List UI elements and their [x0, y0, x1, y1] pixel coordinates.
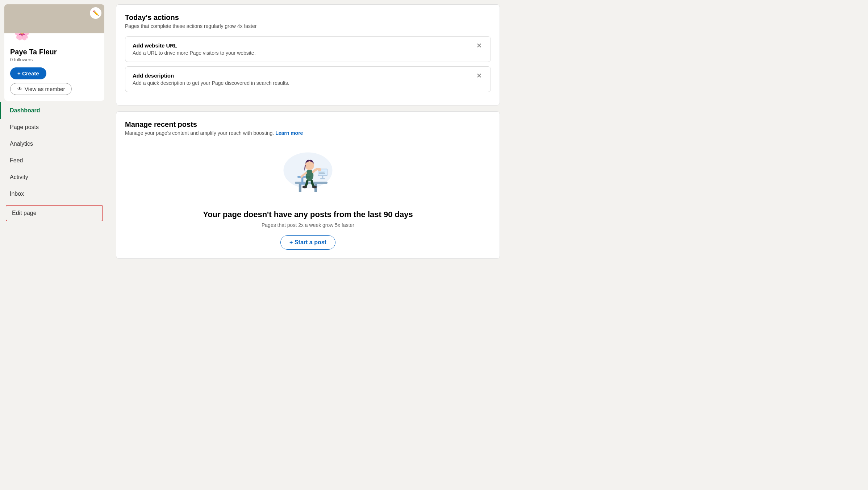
sidebar-item-dashboard[interactable]: Dashboard — [0, 102, 109, 119]
sidebar-item-feed[interactable]: Feed — [0, 152, 109, 169]
action-website-url-title: Add website URL — [133, 42, 256, 49]
sidebar-nav: Dashboard Page posts Analytics Feed Acti… — [0, 102, 109, 224]
sidebar-item-activity[interactable]: Activity — [0, 169, 109, 186]
eye-icon: 👁 — [17, 86, 22, 92]
sidebar-item-analytics[interactable]: Analytics — [0, 136, 109, 152]
todays-actions-card: Today's actions Pages that complete thes… — [116, 4, 500, 105]
svg-point-11 — [306, 169, 314, 181]
main-content: Today's actions Pages that complete thes… — [109, 0, 507, 490]
action-item-website-url: Add website URL Add a URL to drive more … — [125, 36, 491, 62]
edit-page-button[interactable]: Edit page — [6, 205, 103, 221]
sidebar-item-inbox[interactable]: Inbox — [0, 186, 109, 202]
view-as-member-button[interactable]: 👁 View as member — [10, 83, 72, 95]
no-posts-illustration — [272, 143, 344, 201]
create-button[interactable]: + Create — [10, 67, 46, 79]
action-description-title: Add description — [133, 72, 289, 79]
svg-point-14 — [302, 186, 307, 188]
no-posts-subtitle: Pages that post 2x a week grow 5x faster — [125, 222, 491, 228]
manage-posts-subtitle: Manage your page's content and amplify y… — [125, 130, 491, 136]
todays-actions-subtitle: Pages that complete these actions regula… — [125, 23, 491, 29]
action-item-description: Add description Add a quick description … — [125, 66, 491, 92]
no-posts-title: Your page doesn't have any posts from th… — [125, 210, 491, 219]
manage-posts-title: Manage recent posts — [125, 120, 491, 129]
edit-banner-button[interactable]: ✏️ — [90, 7, 101, 19]
manage-posts-card: Manage recent posts Manage your page's c… — [116, 111, 500, 259]
svg-rect-6 — [300, 183, 305, 185]
profile-card: ✏️ 🌸 Paye Ta Fleur 0 followers + Create … — [4, 4, 104, 101]
dismiss-website-url-button[interactable]: ✕ — [475, 42, 483, 49]
action-description-desc: Add a quick description to get your Page… — [133, 80, 289, 86]
svg-rect-9 — [322, 176, 324, 178]
followers-count: 0 followers — [10, 57, 99, 62]
dismiss-description-button[interactable]: ✕ — [475, 72, 483, 79]
page-name: Paye Ta Fleur — [10, 48, 99, 56]
svg-point-15 — [312, 186, 317, 188]
profile-banner: ✏️ — [4, 4, 104, 33]
start-a-post-button[interactable]: + Start a post — [280, 235, 335, 250]
learn-more-link[interactable]: Learn more — [275, 130, 303, 136]
todays-actions-title: Today's actions — [125, 13, 491, 22]
action-website-url-desc: Add a URL to drive more Page visitors to… — [133, 50, 256, 56]
sidebar-item-page-posts[interactable]: Page posts — [0, 119, 109, 136]
svg-rect-10 — [320, 178, 325, 179]
sidebar: ✏️ 🌸 Paye Ta Fleur 0 followers + Create … — [0, 0, 109, 490]
svg-rect-2 — [299, 184, 301, 192]
